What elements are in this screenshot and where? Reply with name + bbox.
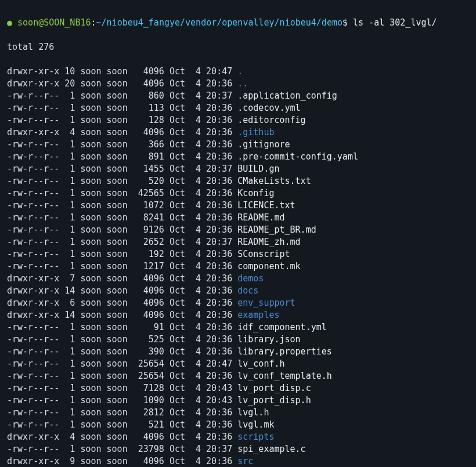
col-time: 20:43 xyxy=(201,382,232,394)
col-month: Oct xyxy=(164,126,185,139)
col-day: 4 xyxy=(185,358,201,370)
file-name: demos xyxy=(237,273,264,284)
listing-row: -rw-r--r--1 soonsoon8241 Oct4 20:36 READ… xyxy=(7,212,470,224)
col-links: 1 xyxy=(59,394,75,407)
col-owner: soon xyxy=(80,297,106,309)
col-perm: drwxr-xr-x xyxy=(7,431,59,443)
col-owner: soon xyxy=(80,175,106,187)
col-group: soon xyxy=(107,139,133,151)
col-perm: -rw-r--r-- xyxy=(7,200,59,212)
file-name: .github xyxy=(237,127,274,137)
col-month: Oct xyxy=(164,139,185,151)
file-name: SConscript xyxy=(237,249,290,259)
col-links: 1 xyxy=(59,151,75,163)
col-group: soon xyxy=(107,443,133,455)
file-name: lvgl.h xyxy=(237,407,269,418)
col-group: soon xyxy=(107,212,133,224)
file-name: lv_conf_template.h xyxy=(237,371,332,381)
col-size: 891 xyxy=(133,151,164,163)
col-time: 20:36 xyxy=(201,285,232,297)
listing-row: -rw-r--r--1 soonsoon192 Oct4 20:36 SCons… xyxy=(7,248,470,260)
col-day: 4 xyxy=(185,175,201,187)
col-links: 1 xyxy=(59,139,75,151)
file-name: library.properties xyxy=(237,346,332,357)
col-month: Oct xyxy=(164,175,185,187)
col-time: 20:36 xyxy=(201,224,232,236)
col-time: 20:37 xyxy=(201,443,232,455)
col-owner: soon xyxy=(80,126,106,139)
col-month: Oct xyxy=(164,370,185,382)
col-time: 20:36 xyxy=(201,212,232,224)
col-time: 20:43 xyxy=(201,394,232,407)
file-name: env_support xyxy=(237,298,295,308)
col-day: 4 xyxy=(185,248,201,260)
col-links: 1 xyxy=(59,419,75,431)
col-day: 4 xyxy=(185,443,201,455)
col-owner: soon xyxy=(80,163,106,175)
col-size: 4096 xyxy=(133,273,164,285)
file-name: lv_port_disp.h xyxy=(237,395,311,406)
col-day: 4 xyxy=(185,455,201,467)
col-perm: drwxr-xr-x xyxy=(7,455,59,467)
col-links: 1 xyxy=(59,212,75,224)
col-perm: -rw-r--r-- xyxy=(7,334,59,346)
col-links: 10 xyxy=(59,66,75,78)
terminal[interactable]: ● soon@SOON_NB16:~/niobeu4_fangye/vendor… xyxy=(0,0,476,467)
listing-row: drwxr-xr-x4 soonsoon4096 Oct4 20:36 .git… xyxy=(7,126,470,139)
listing-row: drwxr-xr-x20 soonsoon4096 Oct4 20:36 .. xyxy=(7,78,470,90)
file-name: examples xyxy=(237,310,279,320)
col-group: soon xyxy=(107,321,133,334)
col-perm: -rw-r--r-- xyxy=(7,358,59,370)
col-perm: -rw-r--r-- xyxy=(7,248,59,260)
prompt-at: @ xyxy=(38,17,44,28)
col-perm: -rw-r--r-- xyxy=(7,260,59,273)
listing-row: -rw-r--r--1 soonsoon891 Oct4 20:36 .pre-… xyxy=(7,151,470,163)
col-month: Oct xyxy=(164,382,185,394)
listing-row: drwxr-xr-x10 soonsoon4096 Oct4 20:47 . xyxy=(7,66,470,78)
col-group: soon xyxy=(107,370,133,382)
listing-row: -rw-r--r--1 soonsoon42565 Oct4 20:36 Kco… xyxy=(7,187,470,200)
col-month: Oct xyxy=(164,260,185,273)
col-perm: drwxr-xr-x xyxy=(7,273,59,285)
col-links: 1 xyxy=(59,200,75,212)
col-perm: -rw-r--r-- xyxy=(7,139,59,151)
col-month: Oct xyxy=(164,248,185,260)
col-group: soon xyxy=(107,236,133,248)
col-size: 1090 xyxy=(133,394,164,407)
col-time: 20:36 xyxy=(201,346,232,358)
col-time: 20:36 xyxy=(201,273,232,285)
col-group: soon xyxy=(107,358,133,370)
col-day: 4 xyxy=(185,419,201,431)
col-owner: soon xyxy=(80,151,106,163)
col-month: Oct xyxy=(164,358,185,370)
col-group: soon xyxy=(107,114,133,126)
col-links: 4 xyxy=(59,431,75,443)
col-size: 23798 xyxy=(133,443,164,455)
col-perm: -rw-r--r-- xyxy=(7,419,59,431)
col-size: 25654 xyxy=(133,358,164,370)
col-time: 20:36 xyxy=(201,175,232,187)
file-name: . xyxy=(237,66,243,77)
col-size: 8241 xyxy=(133,212,164,224)
file-name: idf_component.yml xyxy=(237,322,327,332)
listing-row: drwxr-xr-x7 soonsoon4096 Oct4 20:36 demo… xyxy=(7,273,470,285)
col-time: 20:37 xyxy=(201,236,232,248)
col-month: Oct xyxy=(164,443,185,455)
col-size: 4096 xyxy=(133,431,164,443)
col-month: Oct xyxy=(164,431,185,443)
col-owner: soon xyxy=(80,346,106,358)
col-group: soon xyxy=(107,285,133,297)
col-day: 4 xyxy=(185,346,201,358)
col-links: 20 xyxy=(59,78,75,90)
listing-row: -rw-r--r--1 soonsoon25654 Oct4 20:47 lv_… xyxy=(7,358,470,370)
col-owner: soon xyxy=(80,187,106,200)
col-group: soon xyxy=(107,394,133,407)
col-day: 4 xyxy=(185,139,201,151)
col-perm: -rw-r--r-- xyxy=(7,224,59,236)
col-month: Oct xyxy=(164,394,185,407)
col-day: 4 xyxy=(185,260,201,273)
col-day: 4 xyxy=(185,273,201,285)
listing-row: -rw-r--r--1 soonsoon25654 Oct4 20:36 lv_… xyxy=(7,370,470,382)
file-name: src xyxy=(237,456,253,466)
col-month: Oct xyxy=(164,102,185,114)
